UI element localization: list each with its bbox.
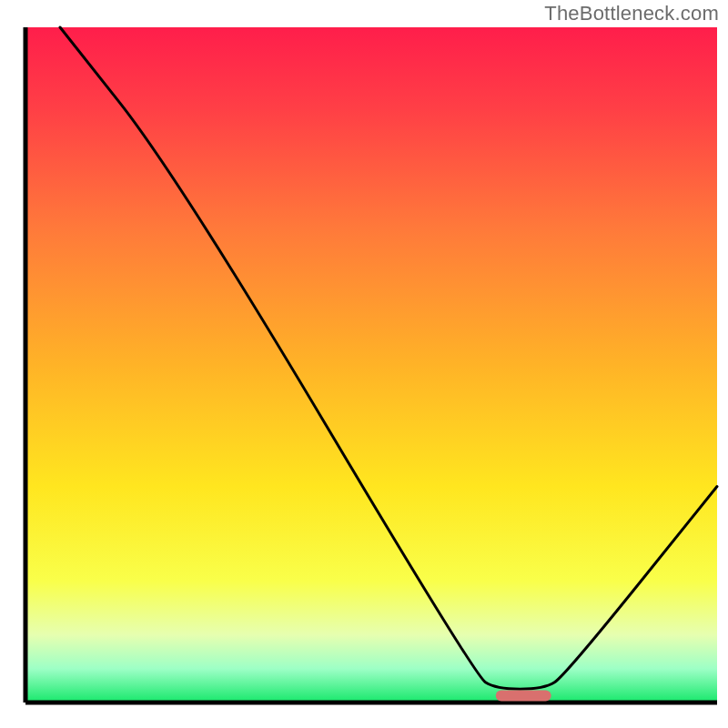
optimal-range-marker bbox=[496, 691, 551, 702]
chart-container: TheBottleneck.com bbox=[0, 0, 728, 728]
watermark-text: TheBottleneck.com bbox=[544, 2, 719, 25]
gradient-background bbox=[25, 27, 717, 703]
bottleneck-chart bbox=[0, 0, 728, 728]
